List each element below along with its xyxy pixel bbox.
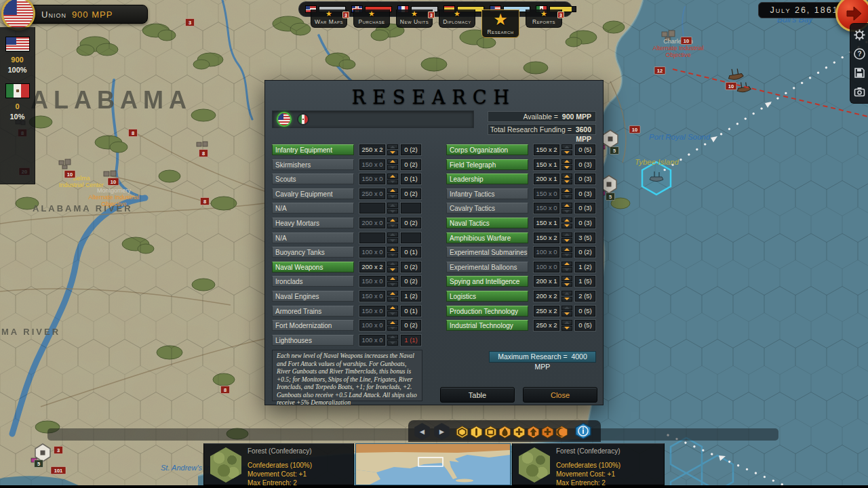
- supply-box-button[interactable]: [484, 426, 497, 439]
- decrease-investment-button[interactable]: [387, 267, 398, 272]
- research-topic-label[interactable]: Field Telegraph: [446, 159, 528, 170]
- research-topic-label[interactable]: N/A: [272, 203, 354, 214]
- decrease-investment-button[interactable]: [561, 165, 572, 169]
- decrease-investment-button[interactable]: [387, 150, 398, 155]
- research-topic-label[interactable]: Logistics: [446, 291, 528, 302]
- research-topic-label[interactable]: Spying and Intelligence: [446, 276, 528, 287]
- decrease-investment-button[interactable]: [387, 180, 398, 184]
- close-button[interactable]: Close: [523, 387, 597, 403]
- increase-investment-button[interactable]: [561, 174, 572, 178]
- increase-investment-button[interactable]: [387, 232, 398, 237]
- research-topic-label[interactable]: Experimental Submarines: [446, 247, 528, 258]
- research-topic-label[interactable]: Heavy Mortars: [272, 218, 354, 228]
- flame-button[interactable]: [498, 426, 511, 439]
- mexico-flag-icon[interactable]: [5, 83, 30, 98]
- menu-button-purchase[interactable]: ★Purchase: [353, 9, 390, 28]
- research-topic-label[interactable]: Infantry Tactics: [446, 188, 528, 199]
- decrease-investment-button[interactable]: [561, 326, 572, 331]
- research-topic-label[interactable]: Lighthouses: [272, 335, 354, 346]
- decrease-investment-button[interactable]: [561, 238, 572, 243]
- increase-investment-button[interactable]: [387, 188, 398, 193]
- research-topic-label[interactable]: Leadership: [446, 174, 528, 184]
- increase-investment-button[interactable]: [387, 291, 398, 296]
- increase-investment-button[interactable]: [561, 262, 572, 266]
- decrease-investment-button[interactable]: [561, 224, 572, 228]
- increase-investment-button[interactable]: [561, 306, 572, 310]
- increase-investment-button[interactable]: [387, 320, 398, 325]
- decrease-investment-button[interactable]: [561, 297, 572, 302]
- decrease-investment-button[interactable]: [561, 209, 572, 214]
- increase-investment-button[interactable]: [561, 188, 572, 193]
- decrease-investment-button[interactable]: [387, 311, 398, 316]
- increase-investment-button[interactable]: [561, 218, 572, 222]
- increase-investment-button[interactable]: [561, 232, 572, 237]
- table-button[interactable]: Table: [440, 387, 515, 403]
- increase-investment-button[interactable]: [387, 262, 398, 266]
- decrease-investment-button[interactable]: [387, 297, 398, 302]
- research-topic-label[interactable]: Industrial Technology: [446, 320, 528, 331]
- research-topic-label[interactable]: Production Technology: [446, 306, 528, 317]
- decrease-investment-button[interactable]: [561, 311, 572, 316]
- screenshot-button[interactable]: [853, 85, 866, 98]
- decrease-investment-button[interactable]: [387, 326, 398, 331]
- research-topic-label[interactable]: Experimental Balloons: [446, 262, 528, 272]
- research-topic-label[interactable]: Scouts: [272, 174, 354, 184]
- increase-investment-button[interactable]: [387, 144, 398, 149]
- decrease-investment-button[interactable]: [387, 253, 398, 258]
- decrease-investment-button[interactable]: [387, 238, 398, 243]
- research-topic-label[interactable]: Cavalry Tactics: [446, 203, 528, 214]
- research-topic-label[interactable]: Naval Tactics: [446, 218, 528, 228]
- decrease-investment-button[interactable]: [561, 180, 572, 184]
- menu-button-diplomacy[interactable]: ★Diplomacy: [439, 9, 475, 28]
- increase-investment-button[interactable]: [387, 306, 398, 310]
- research-topic-label[interactable]: Skirmishers: [272, 159, 354, 170]
- increase-investment-button[interactable]: [387, 335, 398, 340]
- research-topic-label[interactable]: Ironclads: [272, 276, 354, 287]
- increase-investment-button[interactable]: [387, 247, 398, 251]
- plus-button[interactable]: [513, 426, 526, 439]
- research-topic-label[interactable]: Fort Modernization: [272, 320, 354, 331]
- decrease-investment-button[interactable]: [561, 150, 572, 155]
- increase-investment-button[interactable]: [387, 203, 398, 207]
- decrease-investment-button[interactable]: [387, 224, 398, 228]
- increase-investment-button[interactable]: [387, 218, 398, 222]
- research-topic-label[interactable]: Buoyancy Tanks: [272, 247, 354, 258]
- decrease-investment-button[interactable]: [561, 282, 572, 287]
- research-topic-label[interactable]: Armored Trains: [272, 306, 354, 317]
- usa-nation-tab[interactable]: [277, 112, 292, 127]
- research-topic-label[interactable]: Infantry Equipment: [272, 144, 354, 155]
- menu-button-war-maps[interactable]: ★War Maps3: [311, 9, 347, 28]
- settings-button[interactable]: [853, 28, 866, 41]
- increase-investment-button[interactable]: [561, 159, 572, 164]
- increase-investment-button[interactable]: [561, 247, 572, 251]
- increase-investment-button[interactable]: [561, 203, 572, 207]
- decrease-investment-button[interactable]: [561, 267, 572, 272]
- decrease-investment-button[interactable]: [387, 194, 398, 199]
- hex-zone-button[interactable]: [456, 426, 469, 439]
- decrease-investment-button[interactable]: [387, 209, 398, 214]
- menu-button-research[interactable]: ★Research: [481, 9, 519, 38]
- decrease-investment-button[interactable]: [561, 194, 572, 199]
- research-topic-label[interactable]: N/A: [272, 232, 354, 243]
- decrease-investment-button[interactable]: [561, 253, 572, 258]
- increase-investment-button[interactable]: [561, 144, 572, 149]
- research-topic-label[interactable]: Naval Weapons: [272, 262, 354, 272]
- menu-button-reports[interactable]: ★Reports3: [526, 9, 562, 28]
- mexico-nation-tab[interactable]: [297, 113, 309, 125]
- decrease-investment-button[interactable]: [387, 282, 398, 287]
- usa-flag-icon[interactable]: [5, 37, 30, 52]
- increase-investment-button[interactable]: [387, 159, 398, 164]
- research-topic-label[interactable]: Corps Organization: [446, 144, 528, 155]
- research-topic-label[interactable]: Naval Engines: [272, 291, 354, 302]
- research-topic-label[interactable]: Amphibious Warfare: [446, 232, 528, 243]
- decrease-investment-button[interactable]: [387, 340, 398, 345]
- cross-button[interactable]: [541, 426, 554, 439]
- increase-investment-button[interactable]: [387, 174, 398, 178]
- help-button[interactable]: ?: [853, 47, 866, 60]
- info-toggle-button[interactable]: [574, 422, 592, 440]
- increase-investment-button[interactable]: [561, 320, 572, 325]
- decrease-investment-button[interactable]: [387, 165, 398, 169]
- minimap[interactable]: [355, 443, 511, 485]
- menu-button-new-units[interactable]: ★New Units3: [396, 9, 433, 28]
- research-topic-label[interactable]: Cavalry Equipment: [272, 188, 354, 199]
